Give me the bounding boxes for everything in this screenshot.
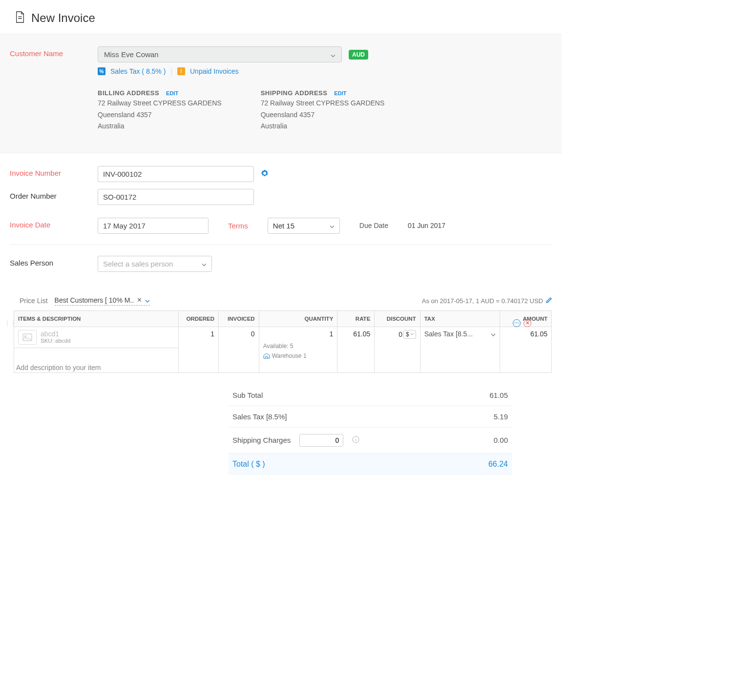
chevron-down-icon	[491, 330, 496, 338]
shipping-amount: 0.00	[494, 436, 508, 444]
order-number-input[interactable]	[98, 189, 254, 205]
tax-total-value: 5.19	[494, 412, 508, 421]
invoice-number-label: Invoice Number	[10, 166, 98, 177]
exchange-rate: As on 2017-05-17, 1 AUD = 0.740172 USD	[422, 297, 552, 305]
price-list-value[interactable]: Best Customers [ 10% M.. ✕	[55, 296, 150, 306]
terms-select[interactable]: Net 15	[268, 218, 340, 234]
warning-icon: !	[177, 67, 185, 75]
pencil-icon[interactable]	[546, 297, 552, 305]
svg-point-1	[25, 335, 26, 337]
chevron-down-icon	[202, 260, 207, 268]
col-discount: DISCOUNT	[375, 310, 420, 327]
col-items: ITEMS & DESCRIPTION	[14, 310, 179, 327]
col-rate: RATE	[337, 310, 375, 327]
invoice-date-label: Invoice Date	[10, 218, 98, 229]
item-sku: SKU: abcdd	[41, 338, 70, 344]
invoice-number-input[interactable]	[98, 166, 254, 182]
billing-edit-link[interactable]: EDIT	[166, 90, 178, 96]
cell-discount[interactable]: 0	[398, 330, 402, 338]
page-header: New Invoice	[0, 0, 562, 34]
shipping-address: SHIPPING ADDRESS EDIT 72 Railway Street …	[261, 89, 385, 131]
cell-ordered: 1	[178, 327, 219, 372]
due-date-label: Due Date	[359, 222, 388, 229]
price-list-label: Price List	[20, 297, 48, 305]
total-label: Total ( $ )	[232, 460, 265, 469]
subtotal-value: 61.05	[489, 391, 508, 399]
col-ordered: ORDERED	[178, 310, 219, 327]
chevron-down-icon	[330, 222, 335, 230]
cell-invoiced: 0	[219, 327, 259, 372]
row-delete-icon[interactable]: ✕	[524, 319, 531, 327]
customer-name-select[interactable]: Miss Eve Cowan	[98, 46, 342, 62]
line-items-table: ITEMS & DESCRIPTION ORDERED INVOICED QUA…	[14, 310, 552, 373]
chevron-down-icon	[145, 296, 150, 304]
sales-person-select[interactable]: Select a sales person	[98, 256, 212, 272]
shipping-heading: SHIPPING ADDRESS	[261, 89, 328, 97]
tax-total-label: Sales Tax [8.5%]	[232, 412, 287, 421]
cell-amount: 61.05	[500, 327, 551, 372]
due-date-value: 01 Jun 2017	[408, 222, 445, 229]
item-description-input[interactable]: Add description to your item	[14, 363, 178, 372]
shipping-edit-link[interactable]: EDIT	[334, 90, 346, 96]
customer-name-value: Miss Eve Cowan	[104, 50, 159, 59]
available-text: Available: 5	[263, 343, 334, 350]
billing-heading: BILLING ADDRESS	[98, 89, 159, 97]
currency-badge: AUD	[349, 50, 368, 60]
customer-name-label: Customer Name	[10, 46, 98, 58]
cell-quantity[interactable]: 1	[263, 330, 334, 338]
info-icon[interactable]	[352, 436, 359, 445]
cell-rate[interactable]: 61.05	[337, 327, 375, 372]
total-value: 66.24	[488, 460, 508, 469]
close-icon[interactable]: ✕	[137, 296, 142, 304]
chevron-down-icon	[331, 50, 336, 59]
item-name[interactable]: abcd1	[41, 330, 70, 338]
sales-tax-link[interactable]: Sales Tax ( 8.5% )	[110, 67, 166, 75]
sales-person-label: Sales Person	[10, 256, 98, 267]
shipping-charges-input[interactable]	[299, 434, 343, 447]
order-number-label: Order Number	[10, 189, 98, 200]
warehouse-text: Warehouse 1	[263, 352, 334, 359]
tax-select[interactable]: Sales Tax [8.5...	[424, 330, 496, 338]
invoice-date-input[interactable]	[98, 218, 209, 234]
gear-icon[interactable]	[261, 169, 269, 179]
discount-unit-toggle[interactable]: $	[403, 330, 416, 339]
col-invoiced: INVOICED	[219, 310, 259, 327]
image-placeholder-icon[interactable]	[18, 330, 37, 345]
row-more-icon[interactable]: ⋯	[513, 319, 521, 327]
drag-handle-icon[interactable]: ⋮⋮⋮⋮	[5, 320, 17, 326]
table-row: abcd1 SKU: abcdd Add description to your…	[14, 327, 552, 372]
document-icon	[15, 11, 25, 25]
col-quantity: QUANTITY	[259, 310, 337, 327]
col-tax: TAX	[420, 310, 500, 327]
page-title: New Invoice	[31, 11, 95, 25]
shipping-label: Shipping Charges	[232, 436, 291, 444]
subtotal-label: Sub Total	[232, 391, 263, 399]
terms-label: Terms	[228, 222, 248, 230]
billing-address: BILLING ADDRESS EDIT 72 Railway Street C…	[98, 89, 222, 131]
unpaid-invoices-link[interactable]: Unpaid Invoices	[190, 67, 239, 75]
percent-icon: %	[98, 67, 105, 75]
